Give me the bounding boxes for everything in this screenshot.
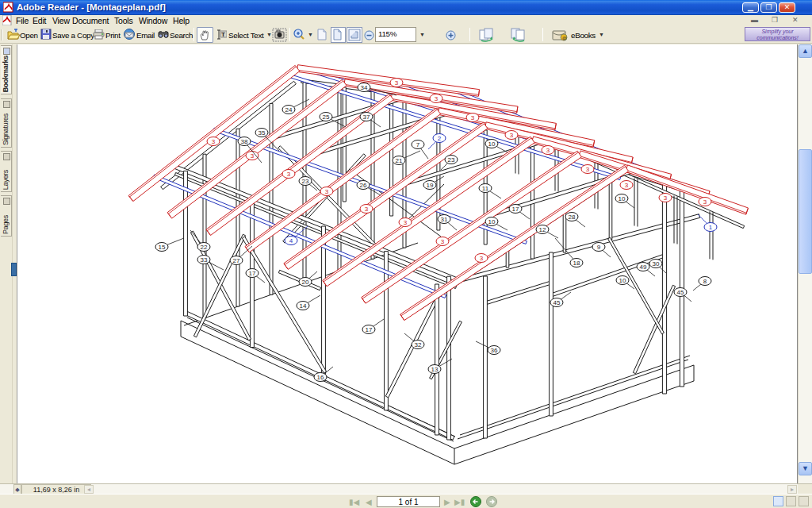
svg-text:10: 10 <box>488 140 496 148</box>
svg-text:@: @ <box>562 36 567 40</box>
svg-text:31: 31 <box>441 216 448 223</box>
svg-text:3: 3 <box>510 132 514 139</box>
svg-text:14: 14 <box>300 302 307 310</box>
svg-text:3: 3 <box>664 194 668 202</box>
svg-text:23: 23 <box>448 156 455 164</box>
svg-text:T: T <box>221 31 225 38</box>
svg-text:13: 13 <box>431 366 439 373</box>
svg-text:3: 3 <box>625 182 629 189</box>
svg-text:22: 22 <box>201 244 208 251</box>
svg-text:35: 35 <box>259 129 266 137</box>
svg-text:27: 27 <box>233 257 240 264</box>
svg-text:38: 38 <box>241 138 248 145</box>
svg-text:19: 19 <box>427 182 434 189</box>
svg-text:10: 10 <box>619 277 626 284</box>
svg-text:32: 32 <box>415 341 422 348</box>
svg-text:45: 45 <box>677 289 684 296</box>
svg-text:3: 3 <box>546 147 550 154</box>
svg-text:15: 15 <box>159 244 166 251</box>
svg-text:25: 25 <box>323 114 330 121</box>
svg-text:20: 20 <box>302 279 309 286</box>
svg-text:3: 3 <box>395 79 399 87</box>
svg-text:3: 3 <box>325 188 329 195</box>
svg-text:3: 3 <box>480 255 484 262</box>
svg-text:3: 3 <box>287 171 291 178</box>
svg-text:17: 17 <box>512 206 519 213</box>
svg-text:9: 9 <box>597 244 601 251</box>
svg-text:3: 3 <box>435 95 439 102</box>
svg-text:33: 33 <box>201 256 208 264</box>
svg-text:8: 8 <box>703 278 707 285</box>
svg-text:4: 4 <box>289 237 293 244</box>
svg-text:3: 3 <box>404 219 408 226</box>
svg-text:3: 3 <box>365 206 369 213</box>
svg-text:3: 3 <box>471 114 475 121</box>
svg-text:30: 30 <box>653 260 660 267</box>
svg-text:7: 7 <box>416 141 420 148</box>
svg-text:11: 11 <box>482 185 489 192</box>
svg-text:17: 17 <box>249 270 256 277</box>
svg-text:10: 10 <box>619 195 626 202</box>
svg-text:12: 12 <box>539 226 546 233</box>
svg-text:3: 3 <box>586 166 590 173</box>
svg-text:10: 10 <box>488 218 496 225</box>
svg-text:3: 3 <box>441 238 445 245</box>
svg-text:1: 1 <box>709 224 713 231</box>
svg-text:2: 2 <box>438 135 442 142</box>
svg-text:3: 3 <box>212 138 216 145</box>
svg-text:45: 45 <box>553 299 561 306</box>
svg-text:37: 37 <box>363 114 370 121</box>
svg-text:18: 18 <box>573 260 580 267</box>
svg-text:28: 28 <box>569 214 576 221</box>
svg-text:3: 3 <box>703 198 707 206</box>
svg-text:26: 26 <box>360 182 367 189</box>
svg-text:34: 34 <box>361 84 368 91</box>
svg-text:49: 49 <box>640 264 647 271</box>
svg-text:17: 17 <box>366 326 373 333</box>
svg-text:24: 24 <box>285 106 293 114</box>
svg-text:23: 23 <box>302 178 309 185</box>
svg-text:21: 21 <box>396 157 403 164</box>
svg-text:16: 16 <box>317 374 324 381</box>
svg-text:36: 36 <box>491 347 498 354</box>
